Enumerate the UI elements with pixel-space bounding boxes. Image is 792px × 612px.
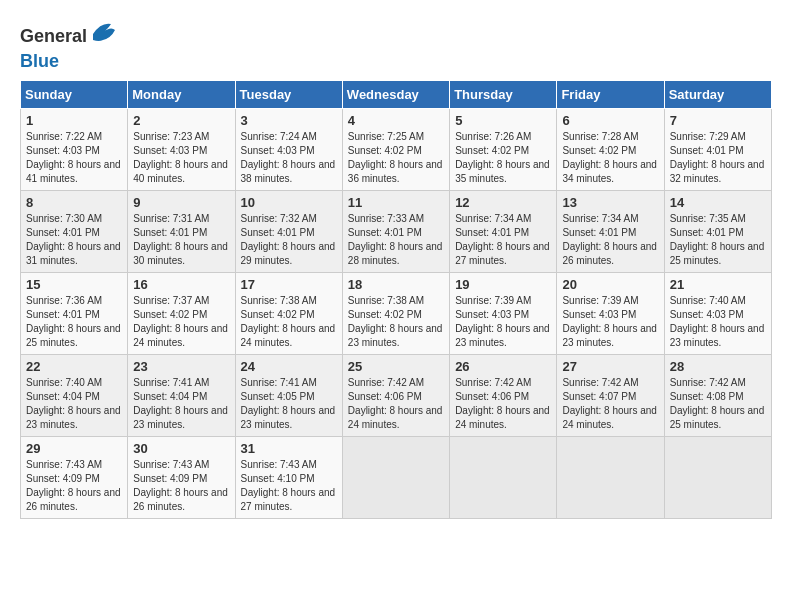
calendar-week-row: 8Sunrise: 7:30 AMSunset: 4:01 PMDaylight… — [21, 190, 772, 272]
calendar-cell: 12Sunrise: 7:34 AMSunset: 4:01 PMDayligh… — [450, 190, 557, 272]
calendar-cell — [557, 436, 664, 518]
calendar-cell — [450, 436, 557, 518]
calendar-cell: 5Sunrise: 7:26 AMSunset: 4:02 PMDaylight… — [450, 108, 557, 190]
weekday-header-saturday: Saturday — [664, 80, 771, 108]
weekday-header-row: SundayMondayTuesdayWednesdayThursdayFrid… — [21, 80, 772, 108]
calendar-cell — [664, 436, 771, 518]
weekday-header-friday: Friday — [557, 80, 664, 108]
weekday-header-wednesday: Wednesday — [342, 80, 449, 108]
calendar-cell: 21Sunrise: 7:40 AMSunset: 4:03 PMDayligh… — [664, 272, 771, 354]
calendar-table: SundayMondayTuesdayWednesdayThursdayFrid… — [20, 80, 772, 519]
calendar-cell: 2Sunrise: 7:23 AMSunset: 4:03 PMDaylight… — [128, 108, 235, 190]
header: General Blue — [20, 20, 772, 70]
calendar-cell — [342, 436, 449, 518]
weekday-header-thursday: Thursday — [450, 80, 557, 108]
calendar-cell: 16Sunrise: 7:37 AMSunset: 4:02 PMDayligh… — [128, 272, 235, 354]
calendar-cell: 20Sunrise: 7:39 AMSunset: 4:03 PMDayligh… — [557, 272, 664, 354]
calendar-cell: 10Sunrise: 7:32 AMSunset: 4:01 PMDayligh… — [235, 190, 342, 272]
calendar-cell: 18Sunrise: 7:38 AMSunset: 4:02 PMDayligh… — [342, 272, 449, 354]
calendar-cell: 15Sunrise: 7:36 AMSunset: 4:01 PMDayligh… — [21, 272, 128, 354]
calendar-cell: 4Sunrise: 7:25 AMSunset: 4:02 PMDaylight… — [342, 108, 449, 190]
calendar-cell: 19Sunrise: 7:39 AMSunset: 4:03 PMDayligh… — [450, 272, 557, 354]
calendar-cell: 25Sunrise: 7:42 AMSunset: 4:06 PMDayligh… — [342, 354, 449, 436]
calendar-cell: 23Sunrise: 7:41 AMSunset: 4:04 PMDayligh… — [128, 354, 235, 436]
calendar-cell: 29Sunrise: 7:43 AMSunset: 4:09 PMDayligh… — [21, 436, 128, 518]
calendar-cell: 27Sunrise: 7:42 AMSunset: 4:07 PMDayligh… — [557, 354, 664, 436]
calendar-cell: 6Sunrise: 7:28 AMSunset: 4:02 PMDaylight… — [557, 108, 664, 190]
calendar-cell: 17Sunrise: 7:38 AMSunset: 4:02 PMDayligh… — [235, 272, 342, 354]
calendar-cell: 13Sunrise: 7:34 AMSunset: 4:01 PMDayligh… — [557, 190, 664, 272]
calendar-cell: 7Sunrise: 7:29 AMSunset: 4:01 PMDaylight… — [664, 108, 771, 190]
calendar-cell: 22Sunrise: 7:40 AMSunset: 4:04 PMDayligh… — [21, 354, 128, 436]
calendar-week-row: 29Sunrise: 7:43 AMSunset: 4:09 PMDayligh… — [21, 436, 772, 518]
calendar-cell: 3Sunrise: 7:24 AMSunset: 4:03 PMDaylight… — [235, 108, 342, 190]
calendar-cell: 8Sunrise: 7:30 AMSunset: 4:01 PMDaylight… — [21, 190, 128, 272]
calendar-cell: 1Sunrise: 7:22 AMSunset: 4:03 PMDaylight… — [21, 108, 128, 190]
calendar-week-row: 22Sunrise: 7:40 AMSunset: 4:04 PMDayligh… — [21, 354, 772, 436]
logo: General Blue — [20, 20, 117, 70]
calendar-cell: 11Sunrise: 7:33 AMSunset: 4:01 PMDayligh… — [342, 190, 449, 272]
calendar-cell: 30Sunrise: 7:43 AMSunset: 4:09 PMDayligh… — [128, 436, 235, 518]
calendar-cell: 28Sunrise: 7:42 AMSunset: 4:08 PMDayligh… — [664, 354, 771, 436]
weekday-header-tuesday: Tuesday — [235, 80, 342, 108]
calendar-cell: 9Sunrise: 7:31 AMSunset: 4:01 PMDaylight… — [128, 190, 235, 272]
weekday-header-monday: Monday — [128, 80, 235, 108]
calendar-cell: 14Sunrise: 7:35 AMSunset: 4:01 PMDayligh… — [664, 190, 771, 272]
calendar-cell: 31Sunrise: 7:43 AMSunset: 4:10 PMDayligh… — [235, 436, 342, 518]
calendar-cell: 24Sunrise: 7:41 AMSunset: 4:05 PMDayligh… — [235, 354, 342, 436]
calendar-week-row: 1Sunrise: 7:22 AMSunset: 4:03 PMDaylight… — [21, 108, 772, 190]
calendar-week-row: 15Sunrise: 7:36 AMSunset: 4:01 PMDayligh… — [21, 272, 772, 354]
weekday-header-sunday: Sunday — [21, 80, 128, 108]
calendar-cell: 26Sunrise: 7:42 AMSunset: 4:06 PMDayligh… — [450, 354, 557, 436]
